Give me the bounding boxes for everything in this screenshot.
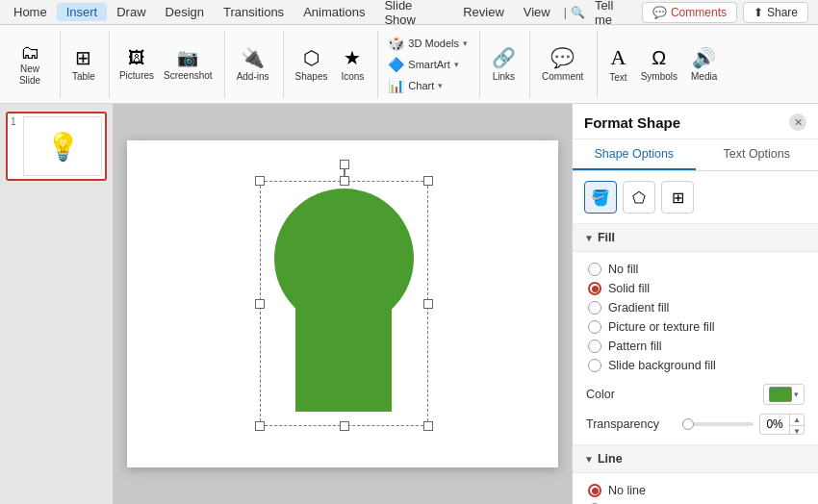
panel-title: Format Shape (584, 114, 680, 131)
3dmodels-icon: 🎲 (388, 36, 404, 51)
menu-separator: | (564, 6, 567, 19)
addins-group: 🔌 Add-ins (231, 31, 284, 98)
gradient-fill-row[interactable]: Gradient fill (588, 298, 803, 317)
effects-icon-btn[interactable]: ⊞ (661, 181, 694, 214)
table-icon: ⊞ (75, 46, 91, 69)
transparency-slider[interactable] (682, 422, 754, 426)
handle-bc[interactable] (340, 421, 349, 431)
symbols-icon: Ω (652, 47, 666, 69)
shape-icon-btn[interactable]: ⬠ (623, 181, 655, 214)
comment-icon: 💬 (652, 6, 667, 19)
fill-icon-btn[interactable]: 🪣 (584, 181, 617, 214)
rotate-handle[interactable] (340, 160, 349, 169)
toolbar: 🗂 NewSlide ⊞ Table 🖼 Pictures 📷 Screensh… (0, 25, 818, 104)
slide-thumbnail[interactable]: 1 💡 (6, 112, 107, 181)
menu-insert[interactable]: Insert (57, 3, 108, 21)
no-fill-radio (588, 263, 601, 276)
line-section: ▼ Line No line Solid line (573, 444, 818, 504)
slide-bg-fill-label: Slide background fill (608, 359, 716, 372)
color-picker-button[interactable]: ▾ (763, 384, 805, 405)
panel-icons-row: 🪣 ⬠ ⊞ (573, 171, 818, 224)
solid-fill-radio (588, 282, 601, 295)
close-panel-button[interactable]: ✕ (789, 113, 806, 131)
handle-tl[interactable] (255, 176, 265, 186)
menu-draw[interactable]: Draw (107, 3, 155, 21)
picture-fill-label: Picture or texture fill (608, 320, 714, 334)
comment-label: Comment (542, 71, 583, 82)
icons-label: Icons (341, 71, 364, 82)
solid-fill-label: Solid fill (608, 282, 650, 295)
new-slide-button[interactable]: 🗂 NewSlide (8, 31, 52, 98)
fill-section: ▼ Fill No fill Solid fill (573, 224, 818, 444)
solid-line-row[interactable]: Solid line (588, 500, 803, 504)
no-line-row[interactable]: No line (588, 481, 803, 500)
comments-button[interactable]: 💬 Comments (642, 2, 737, 23)
menu-home[interactable]: Home (4, 3, 57, 21)
color-label: Color (586, 388, 615, 401)
transparency-row: Transparency 0% ▲ ▼ (573, 410, 818, 444)
tab-text-options[interactable]: Text Options (696, 139, 819, 170)
menu-transitions[interactable]: Transitions (214, 3, 294, 21)
solid-fill-row[interactable]: Solid fill (588, 279, 803, 298)
handle-br[interactable] (423, 421, 433, 431)
transparency-label: Transparency (586, 417, 659, 431)
menu-slideshow[interactable]: Slide Show (374, 0, 453, 29)
media-label: Media (691, 71, 717, 82)
chart-label: Chart (408, 80, 434, 91)
shapes-button[interactable]: ⬡ Shapes (290, 42, 334, 86)
links-group: 🔗 Links (486, 31, 530, 98)
color-row: Color ▾ (573, 379, 818, 410)
transparency-down[interactable]: ▼ (790, 425, 804, 435)
menu-review[interactable]: Review (453, 3, 514, 21)
slide-bg-fill-row[interactable]: Slide background fill (588, 356, 803, 375)
menu-design[interactable]: Design (156, 3, 214, 21)
icons-button[interactable]: ★ Icons (335, 42, 370, 86)
transparency-up[interactable]: ▲ (790, 415, 804, 425)
table-button[interactable]: ⊞ Table (66, 31, 101, 98)
pictures-label: Pictures (119, 70, 154, 81)
share-icon: ⬆ (754, 6, 763, 19)
search-icon: 🔍 (571, 6, 585, 19)
menu-animations[interactable]: Animations (294, 3, 374, 21)
addins-button[interactable]: 🔌 Add-ins (231, 42, 275, 86)
share-button[interactable]: ⬆ Share (743, 2, 808, 23)
links-button[interactable]: 🔗 Links (486, 42, 522, 86)
menu-view[interactable]: View (514, 3, 560, 21)
smartart-button[interactable]: 🔷 SmartArt ▾ (384, 55, 472, 74)
canvas-area[interactable] (114, 104, 572, 504)
symbols-button[interactable]: Ω Symbols (635, 43, 683, 86)
screenshot-button[interactable]: 📷 Screenshot (160, 43, 217, 85)
handle-mr[interactable] (423, 299, 433, 309)
chart-button[interactable]: 📊 Chart ▾ (384, 76, 472, 95)
no-line-label: No line (608, 484, 646, 497)
3dmodels-label: 3D Models (408, 38, 459, 49)
media-button[interactable]: 🔊 Media (685, 42, 723, 86)
menu-tellme[interactable]: Tell me (585, 0, 642, 29)
text-button[interactable]: A Text (603, 41, 632, 87)
slide-canvas (127, 140, 558, 467)
chart-icon: 📊 (388, 78, 404, 93)
pictures-button[interactable]: 🖼 Pictures (115, 44, 158, 85)
media-icon: 🔊 (692, 46, 716, 69)
images-group: 🖼 Pictures 📷 Screenshot (115, 31, 225, 98)
handle-tr[interactable] (423, 176, 433, 186)
handle-ml[interactable] (255, 299, 265, 309)
main-content: 1 💡 (0, 104, 818, 504)
shape-selection[interactable] (260, 181, 428, 426)
line-section-header[interactable]: ▼ Line (573, 444, 818, 473)
comment-button[interactable]: 💬 Comment (536, 42, 589, 86)
no-fill-row[interactable]: No fill (588, 260, 803, 279)
chart-arrow: ▾ (438, 81, 443, 90)
3dmodels-button[interactable]: 🎲 3D Models ▾ (384, 34, 472, 53)
pattern-fill-row[interactable]: Pattern fill (588, 337, 803, 356)
picture-fill-row[interactable]: Picture or texture fill (588, 317, 803, 337)
symbols-label: Symbols (641, 71, 677, 82)
handle-tc[interactable] (340, 176, 349, 186)
smartart-arrow: ▾ (454, 60, 459, 69)
tab-shape-options[interactable]: Shape Options (573, 139, 696, 170)
icons-icon: ★ (344, 46, 361, 69)
slide-thumb-icon: 💡 (46, 131, 80, 163)
transparency-value: 0% (760, 416, 789, 432)
fill-section-header[interactable]: ▼ Fill (573, 224, 818, 252)
handle-bl[interactable] (255, 421, 265, 431)
